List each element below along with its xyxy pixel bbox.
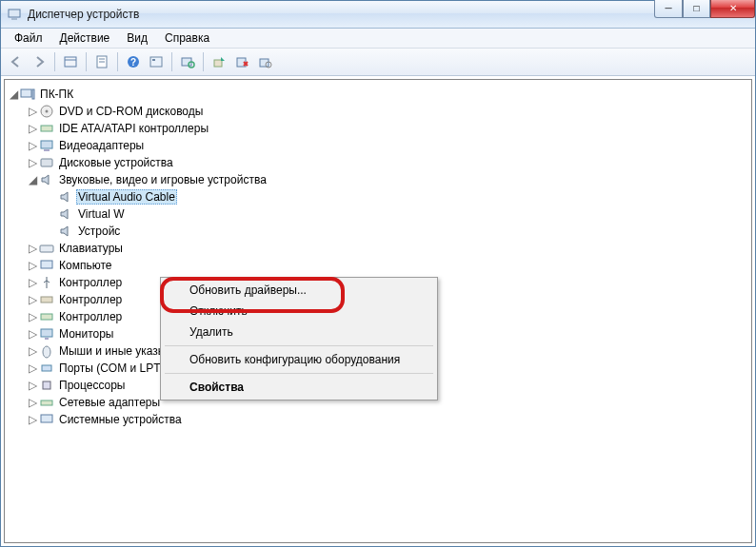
network-icon bbox=[39, 395, 54, 410]
app-icon bbox=[7, 7, 22, 22]
tree-item[interactable]: ▷Системные устройства bbox=[26, 411, 749, 428]
keyboard-icon bbox=[39, 241, 54, 256]
menu-view[interactable]: Вид bbox=[119, 29, 155, 47]
tree-item-virtual-audio-cable[interactable]: Virtual Audio Cable bbox=[45, 188, 749, 205]
sound-icon bbox=[58, 206, 73, 222]
tree-item[interactable]: ▷IDE ATA/ATAPI контроллеры bbox=[26, 120, 749, 137]
tree-item[interactable]: Virtual W bbox=[45, 205, 749, 223]
computer-icon bbox=[39, 258, 54, 273]
menu-scan-hardware[interactable]: Обновить конфигурацию оборудования bbox=[163, 349, 435, 370]
show-hide-button[interactable] bbox=[60, 51, 81, 72]
menu-action[interactable]: Действие bbox=[52, 29, 118, 47]
tree-item[interactable]: ▷DVD и CD-ROM дисководы bbox=[26, 103, 749, 120]
svg-rect-22 bbox=[41, 141, 52, 148]
sound-icon bbox=[58, 224, 73, 239]
svg-rect-28 bbox=[41, 314, 52, 320]
disable-icon[interactable] bbox=[231, 51, 252, 72]
computer-icon bbox=[20, 87, 35, 102]
menu-separator bbox=[165, 373, 433, 374]
svg-rect-25 bbox=[40, 245, 53, 252]
svg-rect-17 bbox=[21, 89, 31, 97]
svg-text:?: ? bbox=[130, 57, 136, 68]
tree-item[interactable]: ▷Дисковые устройства bbox=[26, 154, 749, 171]
expand-icon[interactable]: ▷ bbox=[26, 379, 39, 392]
expand-icon[interactable]: ▷ bbox=[26, 361, 39, 375]
svg-rect-10 bbox=[152, 59, 155, 61]
help-button[interactable]: ? bbox=[123, 51, 144, 72]
back-button[interactable] bbox=[6, 51, 27, 72]
uninstall-icon[interactable] bbox=[254, 51, 275, 72]
svg-rect-29 bbox=[41, 329, 52, 337]
svg-rect-1 bbox=[11, 18, 17, 20]
disk-icon bbox=[39, 155, 54, 170]
scan-hardware-button[interactable] bbox=[177, 51, 198, 72]
expand-icon[interactable]: ▷ bbox=[26, 327, 39, 341]
expand-icon[interactable]: ▷ bbox=[26, 396, 39, 409]
tree-root[interactable]: ◢ ПК-ПК bbox=[7, 86, 749, 103]
svg-rect-24 bbox=[41, 159, 52, 166]
svg-rect-32 bbox=[42, 365, 51, 371]
forward-button[interactable] bbox=[29, 51, 50, 72]
properties-button[interactable] bbox=[91, 51, 112, 72]
controller-icon bbox=[39, 309, 54, 324]
expand-icon[interactable]: ▷ bbox=[26, 276, 39, 289]
expand-icon[interactable]: ▷ bbox=[26, 293, 39, 306]
menu-file[interactable]: Файл bbox=[7, 29, 50, 47]
svg-rect-26 bbox=[41, 261, 52, 268]
svg-rect-23 bbox=[44, 149, 50, 151]
svg-rect-9 bbox=[150, 57, 162, 67]
svg-rect-30 bbox=[45, 338, 49, 340]
mouse-icon bbox=[39, 343, 54, 359]
collapse-icon[interactable]: ◢ bbox=[26, 173, 39, 186]
expand-icon[interactable]: ▷ bbox=[26, 139, 39, 152]
device-manager-window: Диспетчер устройств ─ □ ✕ Файл Действие … bbox=[0, 0, 756, 547]
menu-properties[interactable]: Свойства bbox=[163, 377, 435, 398]
svg-point-31 bbox=[43, 346, 50, 358]
context-menu: Обновить драйверы... Отключить Удалить О… bbox=[160, 277, 438, 400]
sound-icon bbox=[39, 172, 54, 187]
expand-icon[interactable]: ▷ bbox=[26, 122, 39, 135]
menu-disable[interactable]: Отключить bbox=[163, 301, 435, 322]
svg-rect-18 bbox=[32, 89, 34, 99]
svg-rect-2 bbox=[65, 57, 76, 67]
expand-icon[interactable]: ▷ bbox=[26, 344, 39, 358]
menu-help[interactable]: Справка bbox=[157, 29, 217, 47]
menu-separator bbox=[165, 345, 433, 346]
expand-icon[interactable]: ▷ bbox=[26, 156, 39, 169]
tree-item[interactable]: ▷Компьюте bbox=[26, 257, 749, 274]
svg-rect-33 bbox=[43, 381, 50, 389]
maximize-button[interactable]: □ bbox=[683, 0, 710, 18]
expand-icon[interactable]: ▷ bbox=[26, 413, 39, 426]
svg-rect-0 bbox=[9, 10, 20, 17]
tree-item[interactable]: ▷Клавиатуры bbox=[26, 240, 749, 257]
expand-icon[interactable]: ▷ bbox=[26, 105, 39, 118]
tree-item[interactable]: Устройс bbox=[45, 223, 749, 240]
expand-icon[interactable]: ▷ bbox=[26, 242, 39, 255]
expand-icon[interactable]: ▷ bbox=[26, 259, 39, 272]
ide-icon bbox=[39, 121, 54, 136]
collapse-icon[interactable]: ◢ bbox=[7, 88, 20, 101]
tree-item-sound[interactable]: ◢Звуковые, видео и игровые устройства bbox=[26, 171, 749, 188]
titlebar[interactable]: Диспетчер устройств ─ □ ✕ bbox=[1, 1, 755, 29]
update-driver-icon[interactable] bbox=[209, 51, 229, 72]
cpu-icon bbox=[39, 378, 54, 393]
storage-controller-icon bbox=[39, 292, 54, 307]
tree-item[interactable]: ▷Видеоадаптеры bbox=[26, 137, 749, 154]
expand-icon[interactable]: ▷ bbox=[26, 310, 39, 323]
svg-rect-34 bbox=[41, 400, 52, 405]
svg-rect-21 bbox=[41, 126, 52, 131]
device-tree-panel[interactable]: ◢ ПК-ПК ▷DVD и CD-ROM дисководы ▷IDE ATA… bbox=[4, 79, 752, 543]
menubar: Файл Действие Вид Справка bbox=[1, 29, 755, 49]
menu-update-drivers[interactable]: Обновить драйверы... bbox=[163, 280, 435, 301]
svg-rect-35 bbox=[41, 415, 52, 422]
sound-icon bbox=[58, 189, 73, 205]
svg-rect-13 bbox=[214, 60, 222, 67]
menu-delete[interactable]: Удалить bbox=[163, 322, 435, 342]
toolbar-icon-1[interactable] bbox=[146, 51, 167, 72]
window-title: Диспетчер устройств bbox=[28, 8, 139, 21]
close-button[interactable]: ✕ bbox=[710, 0, 755, 18]
toolbar: ? bbox=[1, 49, 755, 76]
minimize-button[interactable]: ─ bbox=[654, 0, 683, 18]
svg-point-20 bbox=[46, 110, 49, 113]
port-icon bbox=[39, 361, 54, 376]
